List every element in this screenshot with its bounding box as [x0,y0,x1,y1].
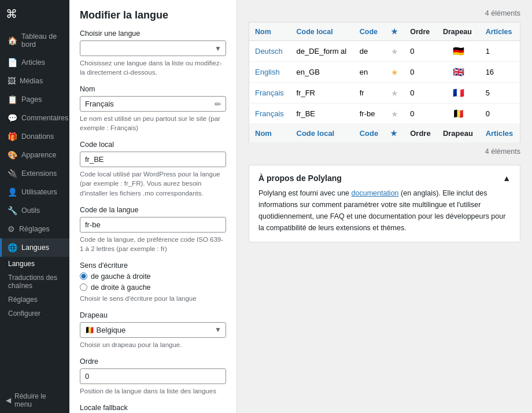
reduce-icon: ◀ [6,396,11,404]
sidebar-submenu-langues: Langues Traductions des chaînes Réglages… [0,257,69,320]
sidebar-item-commentaires[interactable]: 💬 Commentaires [0,109,69,127]
plugins-icon: 🔌 [8,169,17,178]
foot-col-nom: Nom [249,124,291,143]
cell-articles-1: 16 [480,62,520,83]
star-icon-3[interactable]: ★ [391,109,398,119]
submenu-item-configurer[interactable]: Configurer [0,307,69,320]
code-local-input[interactable] [80,152,226,167]
sidebar-item-extensions[interactable]: 🔌 Extensions [0,164,69,183]
submenu-item-traductions[interactable]: Traductions des chaînes [0,271,69,293]
field-drapeau: Drapeau 🇧🇪 Belgique ▼ Choisir un drapeau… [80,311,226,349]
sidebar-item-label: Apparence [21,151,56,159]
sidebar-item-reglages[interactable]: ⚙ Réglages [0,220,69,238]
nom-input-wrapper: ✏ [80,96,226,112]
sidebar-item-label: Extensions [21,169,57,178]
submenu-item-langues[interactable]: Langues [0,257,69,271]
submenu-item-label: Langues [8,260,35,268]
pages-icon: 📋 [8,95,17,104]
col-code: Code [354,23,385,41]
choose-lang-label: Choisir une langue [80,30,226,38]
cell-star-2[interactable]: ★ [385,83,404,104]
flag-1: 🇬🇧 [453,67,464,77]
cell-star-0[interactable]: ★ [385,41,404,62]
sidebar-item-pages[interactable]: 📋 Pages [0,90,69,109]
col-code-local: Code local [291,23,354,41]
cell-star-1[interactable]: ★ [385,62,404,83]
sidebar-item-tableau-de-bord[interactable]: 🏠 Tableau de bord [0,28,69,53]
sidebar-item-donations[interactable]: 🎁 Donations [0,127,69,146]
cell-flag-2: 🇫🇷 [437,83,480,104]
col-ordre: Ordre [404,23,437,41]
sidebar-item-label: Outils [21,207,40,215]
sens-ltr-option[interactable]: de gauche à droite [80,272,226,281]
drapeau-select[interactable]: 🇧🇪 Belgique [80,322,226,338]
table-row: English en_GB en ★ 0 🇬🇧 16 [249,62,520,83]
cell-ordre-1: 0 [404,62,437,83]
cell-star-3[interactable]: ★ [385,104,404,124]
articles-icon: 📄 [8,58,17,67]
star-icon-0[interactable]: ★ [391,47,398,56]
lang-link-1[interactable]: English [255,68,280,76]
cell-nom-3: Français [249,104,291,124]
main-content: Modifier la langue Choisir une langue ▼ … [69,0,532,413]
choose-lang-select[interactable] [80,40,226,56]
ordre-input[interactable] [80,368,226,384]
sens-hint: Choisir le sens d'écriture pour la langu… [80,294,226,303]
collapse-icon[interactable]: ▲ [503,174,511,183]
about-text: Polylang est fourni avec une documentati… [258,187,511,234]
sidebar-item-label: Commentaires [21,114,68,122]
cell-articles-0: 1 [480,41,520,62]
cell-nom-2: Français [249,83,291,104]
sidebar-item-label: Langues [21,244,49,252]
flag-3: 🇧🇪 [453,109,464,119]
lang-link-3[interactable]: Français [255,109,284,118]
form-title: Modifier la langue [80,9,226,21]
form-panel: Modifier la langue Choisir une langue ▼ … [69,0,237,413]
code-langue-label: Code de la langue [80,206,226,214]
sens-radio-group: de gauche à droite de droite à gauche [80,272,226,292]
donations-icon: 🎁 [8,132,17,141]
locale-fallback-label: Locale fallback [80,404,226,412]
sens-rtl-option[interactable]: de droite à gauche [80,283,226,292]
code-langue-input[interactable] [80,217,226,233]
users-icon: 👤 [8,187,17,197]
field-locale-fallback: Locale fallback WordPress locale to use … [80,404,226,413]
lang-link-2[interactable]: Français [255,89,284,97]
nom-input[interactable] [80,96,226,112]
field-code-local: Code local Code local utilisé par WordPr… [80,141,226,197]
star-icon-1[interactable]: ★ [391,68,398,77]
submenu-item-label: Traductions des chaînes [8,274,57,290]
about-polylang: À propos de Polylang ▲ Polylang est four… [249,165,520,242]
star-icon-2[interactable]: ★ [391,89,398,98]
col-nom: Nom [249,23,291,41]
submenu-item-label: Réglages [8,296,38,304]
media-icon: 🖼 [8,76,16,86]
sidebar-item-medias[interactable]: 🖼 Médias [0,72,69,90]
sidebar-logo[interactable]: ⌘ [0,0,69,28]
sidebar-item-apparence[interactable]: 🎨 Apparence [0,146,69,164]
code-local-hint: Code local utilisé par WordPress pour la… [80,169,226,197]
table-body: Deutsch de_DE_form al de ★ 0 🇩🇪 1 Englis… [249,41,520,124]
cell-code-local-3: fr_BE [291,104,354,124]
col-articles: Articles [480,23,520,41]
reduce-label: Réduire le menu [14,392,64,408]
sidebar-item-utilisateurs[interactable]: 👤 Utilisateurs [0,183,69,201]
languages-icon: 🌐 [8,243,17,252]
lang-link-0[interactable]: Deutsch [255,47,283,56]
about-doc-link[interactable]: documentation [352,189,399,197]
table-panel: 4 éléments Nom Code local Code ★ Ordre D… [237,0,532,413]
sidebar-item-outils[interactable]: 🔧 Outils [0,201,69,220]
comments-icon: 💬 [8,113,17,123]
cell-flag-0: 🇩🇪 [437,41,480,62]
sens-rtl-radio[interactable] [80,283,87,291]
drapeau-select-wrapper: 🇧🇪 Belgique ▼ [80,322,226,338]
cell-code-3: fr-be [354,104,385,124]
submenu-item-reglages[interactable]: Réglages [0,293,69,307]
choose-lang-hint: Choisissez une langue dans la liste ou m… [80,58,226,77]
sidebar-item-articles[interactable]: 📄 Articles [0,53,69,72]
appearance-icon: 🎨 [8,150,17,160]
sens-ltr-radio[interactable] [80,272,87,280]
sidebar-item-label: Donations [21,132,54,141]
sidebar-item-langues[interactable]: 🌐 Langues [0,238,69,257]
reduce-menu-button[interactable]: ◀ Réduire le menu [0,388,69,413]
